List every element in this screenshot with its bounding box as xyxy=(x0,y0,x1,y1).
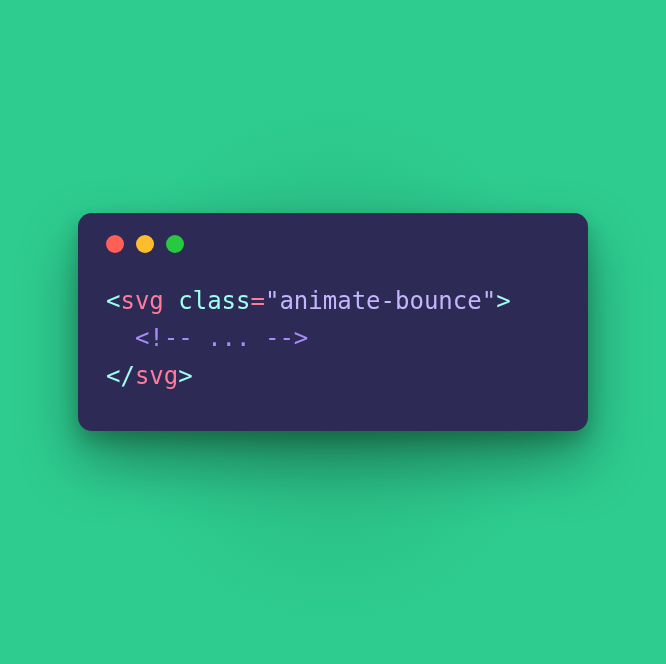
attr-name: class xyxy=(178,287,250,315)
angle-bracket-close: > xyxy=(178,362,192,390)
tag-name: svg xyxy=(120,287,163,315)
angle-bracket-open: < xyxy=(106,287,120,315)
code-block: <svg class="animate-bounce"> <!-- ... --… xyxy=(106,283,560,395)
attr-value: "animate-bounce" xyxy=(265,287,496,315)
maximize-icon[interactable] xyxy=(166,235,184,253)
indent xyxy=(106,324,135,352)
comment: <!-- ... --> xyxy=(135,324,308,352)
code-window: <svg class="animate-bounce"> <!-- ... --… xyxy=(78,213,588,431)
equals: = xyxy=(251,287,265,315)
window-controls xyxy=(106,235,560,253)
angle-bracket-open: </ xyxy=(106,362,135,390)
minimize-icon[interactable] xyxy=(136,235,154,253)
angle-bracket-close: > xyxy=(496,287,510,315)
space xyxy=(164,287,178,315)
tag-name: svg xyxy=(135,362,178,390)
close-icon[interactable] xyxy=(106,235,124,253)
